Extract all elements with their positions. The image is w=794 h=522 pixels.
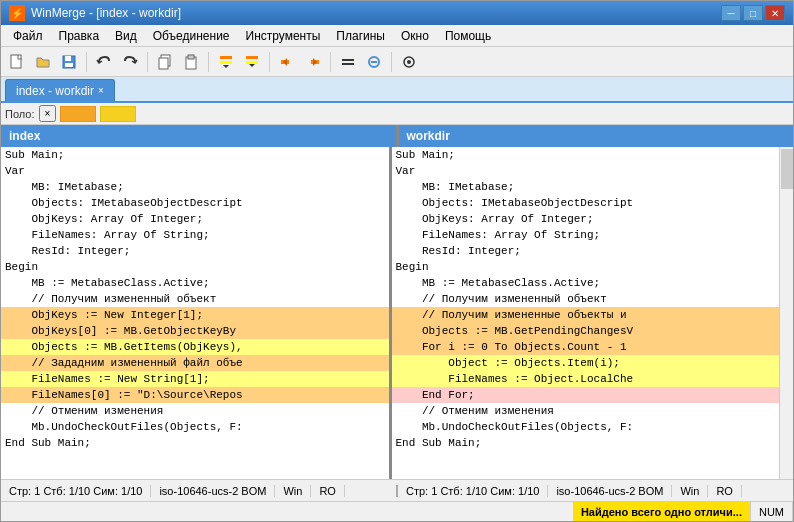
left-code-line: ObjKeys := New Integer[1]; <box>1 307 389 323</box>
svg-rect-9 <box>220 61 232 64</box>
left-code-line: ObjKeys: Array Of Integer; <box>1 211 389 227</box>
window-title: WinMerge - [index - workdir] <box>31 6 181 20</box>
right-code-line: MB := MetabaseClass.Active; <box>392 275 780 291</box>
diff-info: Найдено всего одно отличи... <box>573 502 750 521</box>
toolbar-new[interactable] <box>5 50 29 74</box>
right-code-line: FileNames: Array Of String; <box>392 227 780 243</box>
svg-rect-2 <box>65 56 71 61</box>
left-code-line: // Зададним измененный файл объе <box>1 355 389 371</box>
toolbar-redo[interactable] <box>118 50 142 74</box>
left-code-line: MB := MetabaseClass.Active; <box>1 275 389 291</box>
menu-view[interactable]: Вид <box>107 27 145 45</box>
toolbar-diff-prev[interactable] <box>214 50 238 74</box>
left-code-line: FileNames: Array Of String; <box>1 227 389 243</box>
status-right-eol: Win <box>672 485 708 497</box>
svg-marker-13 <box>283 58 287 66</box>
status-right-encoding: iso-10646-ucs-2 BOM <box>548 485 672 497</box>
right-code-line: For i := 0 To Objects.Count - 1 <box>392 339 780 355</box>
right-code-line: Object := Objects.Item(i); <box>392 355 780 371</box>
left-code-line: Objects := MB.GetItems(ObjKeys), <box>1 339 389 355</box>
location-bar: Поло: × <box>1 103 793 125</box>
tab-index-workdir[interactable]: index - workdir × <box>5 79 115 101</box>
maximize-button[interactable]: □ <box>743 5 763 21</box>
toolbar-diff-next[interactable] <box>240 50 264 74</box>
tab-bar: index - workdir × <box>1 77 793 103</box>
menu-merge[interactable]: Объединение <box>145 27 238 45</box>
close-button[interactable]: ✕ <box>765 5 785 21</box>
app-icon: ⚡ <box>9 5 25 21</box>
toolbar-undo[interactable] <box>92 50 116 74</box>
tab-close-icon[interactable]: × <box>98 85 104 96</box>
left-code-line: Var <box>1 163 389 179</box>
svg-rect-8 <box>220 56 232 59</box>
menu-window[interactable]: Окно <box>393 27 437 45</box>
toolbar-open[interactable] <box>31 50 55 74</box>
menu-plugins[interactable]: Плагины <box>328 27 393 45</box>
status-flex: Стр: 1 Стб: 1/10 Сим: 1/10 iso-10646-ucs… <box>1 485 793 497</box>
svg-point-21 <box>407 60 411 64</box>
left-code-line: Sub Main; <box>1 147 389 163</box>
scrollbar-thumb[interactable] <box>781 149 793 189</box>
diff-header: index workdir <box>1 125 793 147</box>
toolbar-right-arrow[interactable] <box>301 50 325 74</box>
right-code-line: Objects := MB.GetPendingChangesV <box>392 323 780 339</box>
left-code-line: Begin <box>1 259 389 275</box>
right-code-panel[interactable]: Sub Main;Var MB: IMetabase; Objects: IMe… <box>392 147 780 479</box>
location-marker-2 <box>100 106 136 122</box>
menu-tools[interactable]: Инструменты <box>238 27 329 45</box>
menu-help[interactable]: Помощь <box>437 27 499 45</box>
location-close-button[interactable]: × <box>39 105 57 122</box>
status-left-encoding: iso-10646-ucs-2 BOM <box>151 485 275 497</box>
status-right-rowcol: Стр: 1 Стб: 1/10 Сим: 1/10 <box>398 485 548 497</box>
svg-rect-16 <box>342 59 354 61</box>
title-bar: ⚡ WinMerge - [index - workdir] ─ □ ✕ <box>1 1 793 25</box>
right-code-line: MB: IMetabase; <box>392 179 780 195</box>
right-code-line: // Получим измененные объекты и <box>392 307 780 323</box>
num-status: NUM <box>750 502 793 521</box>
diff-header-left: index <box>1 125 399 147</box>
left-code-line: End Sub Main; <box>1 435 389 451</box>
right-file-label: workdir <box>407 129 450 143</box>
title-bar-left: ⚡ WinMerge - [index - workdir] <box>9 5 181 21</box>
left-code-line: MB: IMetabase; <box>1 179 389 195</box>
left-code-line: // Получим измененный объект <box>1 291 389 307</box>
status-bar: Стр: 1 Стб: 1/10 Сим: 1/10 iso-10646-ucs… <box>1 479 793 501</box>
toolbar-left-arrow[interactable] <box>275 50 299 74</box>
svg-rect-3 <box>65 63 73 67</box>
right-code-line: FileNames := Object.LocalChe <box>392 371 780 387</box>
right-code-line: ObjKeys: Array Of Integer; <box>392 211 780 227</box>
location-marker-1 <box>60 106 96 122</box>
toolbar-save[interactable] <box>57 50 81 74</box>
left-code-line: Objects: IMetabaseObjectDescript <box>1 195 389 211</box>
toolbar-expand[interactable] <box>336 50 360 74</box>
status-right-mode: RO <box>708 485 742 497</box>
left-code-line: ObjKeys[0] := MB.GetObjectKeyBy <box>1 323 389 339</box>
diff-header-right: workdir <box>399 125 794 147</box>
status-left-eol: Win <box>275 485 311 497</box>
toolbar <box>1 47 793 77</box>
toolbar-paste[interactable] <box>179 50 203 74</box>
toolbar-collapse[interactable] <box>362 50 386 74</box>
left-code-line: // Отменим изменения <box>1 403 389 419</box>
svg-rect-5 <box>159 58 168 69</box>
menu-file[interactable]: Файл <box>5 27 51 45</box>
left-code-panel[interactable]: Sub Main;Var MB: IMetabase; Objects: IMe… <box>1 147 392 479</box>
menu-edit[interactable]: Правка <box>51 27 108 45</box>
toolbar-copy[interactable] <box>153 50 177 74</box>
right-code-line: End Sub Main; <box>392 435 780 451</box>
left-code-line: Mb.UndoCheckOutFiles(Objects, F: <box>1 419 389 435</box>
svg-marker-15 <box>313 58 317 66</box>
vertical-scrollbar[interactable] <box>779 147 793 479</box>
status-left-mode: RO <box>311 485 345 497</box>
svg-rect-11 <box>246 61 258 64</box>
right-code-line: Var <box>392 163 780 179</box>
toolbar-options[interactable] <box>397 50 421 74</box>
status-left-rowcol: Стр: 1 Стб: 1/10 Сим: 1/10 <box>1 485 151 497</box>
status-left: Стр: 1 Стб: 1/10 Сим: 1/10 iso-10646-ucs… <box>1 485 396 497</box>
minimize-button[interactable]: ─ <box>721 5 741 21</box>
right-code-line: // Получим измененный объект <box>392 291 780 307</box>
svg-rect-0 <box>11 55 21 68</box>
svg-rect-10 <box>246 56 258 59</box>
bottom-status-bar: Найдено всего одно отличи... NUM <box>1 501 793 521</box>
diff-container: index workdir Sub Main;Var MB: IMetabase… <box>1 125 793 479</box>
